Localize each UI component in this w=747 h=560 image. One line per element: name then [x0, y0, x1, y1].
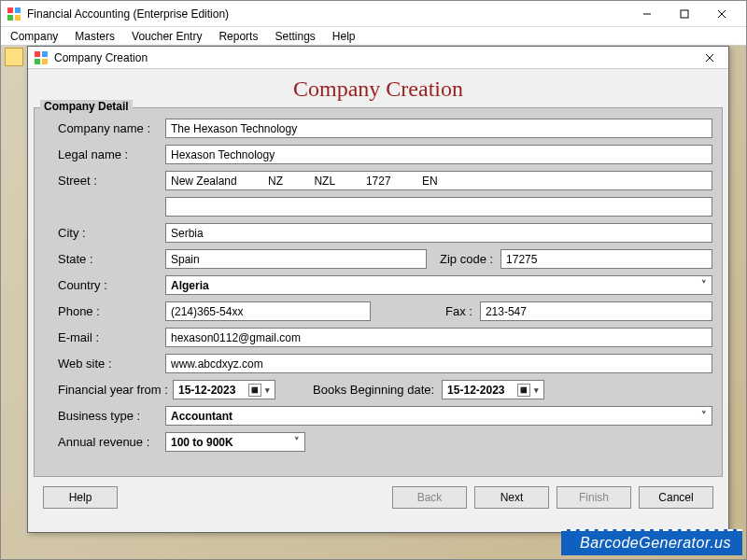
label-company-name: Company name : [44, 121, 165, 135]
label-fin-year: Financial year from : [44, 383, 173, 397]
label-city: City : [44, 226, 165, 240]
books-begin-value: 15-12-2023 [447, 384, 504, 397]
dialog-button-row: Help Back Next Finish Cancel [28, 477, 728, 518]
company-name-input[interactable] [165, 119, 712, 138]
label-zip: Zip code : [427, 252, 500, 266]
books-begin-date-input[interactable]: 15-12-2023 ▦▾ [442, 380, 544, 399]
main-window: Financial Accounting (Enterprise Edition… [0, 0, 747, 560]
business-type-select[interactable]: Accountant ˅ [165, 406, 712, 426]
chevron-down-icon: ˅ [701, 279, 707, 291]
dialog-close-button[interactable] [697, 49, 723, 67]
maximize-button[interactable] [666, 3, 703, 25]
help-button[interactable]: Help [43, 486, 118, 509]
label-website: Web site : [44, 357, 165, 371]
label-email: E-mail : [44, 330, 165, 344]
main-titlebar: Financial Accounting (Enterprise Edition… [1, 1, 746, 27]
legal-name-input[interactable] [165, 145, 712, 164]
svg-rect-2 [7, 15, 13, 21]
label-legal-name: Legal name : [44, 147, 165, 161]
toolbar-note-icon[interactable] [5, 48, 23, 66]
company-detail-group: Company Detail Company name : Legal name… [34, 107, 723, 477]
chevron-down-icon: ˅ [294, 436, 300, 448]
menu-masters[interactable]: Masters [75, 30, 115, 43]
email-input[interactable] [165, 328, 712, 347]
back-button[interactable]: Back [392, 486, 467, 509]
website-input[interactable] [165, 354, 712, 373]
svg-rect-0 [7, 7, 13, 13]
menu-reports[interactable]: Reports [218, 30, 258, 43]
svg-rect-5 [681, 10, 688, 18]
label-street: Street : [44, 174, 165, 188]
svg-rect-10 [35, 59, 40, 64]
phone-input[interactable] [165, 301, 371, 321]
calendar-icon: ▦ [248, 384, 261, 397]
annual-revenue-value: 100 to 900K [171, 436, 233, 449]
chevron-down-icon: ▾ [265, 385, 270, 395]
workspace: Company Creation Company Creation Compan… [1, 46, 746, 559]
menu-help[interactable]: Help [332, 30, 356, 43]
dialog-heading: Company Creation [28, 77, 728, 102]
menu-voucher-entry[interactable]: Voucher Entry [132, 30, 202, 43]
calendar-icon: ▦ [517, 384, 530, 397]
minimize-button[interactable] [628, 3, 666, 25]
menu-company[interactable]: Company [10, 30, 58, 43]
city-input[interactable] [165, 223, 712, 243]
label-state: State : [44, 252, 165, 266]
svg-rect-9 [42, 51, 48, 57]
cancel-button[interactable]: Cancel [639, 486, 713, 509]
svg-rect-8 [35, 51, 40, 57]
annual-revenue-select[interactable]: 100 to 900K ˅ [165, 432, 305, 452]
chevron-down-icon: ▾ [534, 385, 539, 395]
company-creation-dialog: Company Creation Company Creation Compan… [27, 46, 729, 533]
label-fax: Fax : [371, 304, 480, 318]
group-title: Company Detail [40, 100, 133, 113]
country-value: Algeria [171, 279, 209, 292]
window-controls [628, 3, 740, 25]
menubar: Company Masters Voucher Entry Reports Se… [1, 27, 746, 46]
label-business-type: Business type : [44, 409, 165, 423]
street-input[interactable] [165, 171, 712, 190]
svg-rect-1 [15, 7, 21, 13]
watermark: BarcodeGenerator.us [561, 529, 742, 555]
label-phone: Phone : [44, 304, 165, 318]
state-input[interactable] [165, 249, 427, 269]
menu-settings[interactable]: Settings [275, 30, 315, 43]
dialog-header: Company Creation [28, 69, 728, 107]
finish-button[interactable]: Finish [557, 486, 631, 509]
label-books-begin: Books Beginning date: [275, 383, 442, 397]
svg-rect-11 [42, 59, 48, 64]
next-button[interactable]: Next [474, 486, 549, 509]
close-button[interactable] [703, 3, 740, 25]
fin-year-date-input[interactable]: 15-12-2023 ▦▾ [173, 380, 275, 399]
country-select[interactable]: Algeria ˅ [165, 275, 712, 295]
chevron-down-icon: ˅ [701, 410, 707, 422]
dialog-titlebar: Company Creation [28, 47, 728, 69]
dialog-title: Company Creation [54, 51, 697, 64]
fin-year-value: 15-12-2023 [178, 384, 235, 397]
window-title: Financial Accounting (Enterprise Edition… [27, 7, 628, 21]
fax-input[interactable] [480, 301, 712, 321]
street2-input[interactable] [165, 197, 712, 217]
business-type-value: Accountant [171, 410, 233, 423]
zip-input[interactable] [500, 249, 712, 269]
label-annual-revenue: Annual revenue : [44, 435, 165, 449]
svg-rect-3 [15, 15, 21, 21]
label-country: Country : [44, 278, 165, 292]
dialog-icon [34, 50, 49, 65]
app-icon [7, 7, 21, 21]
